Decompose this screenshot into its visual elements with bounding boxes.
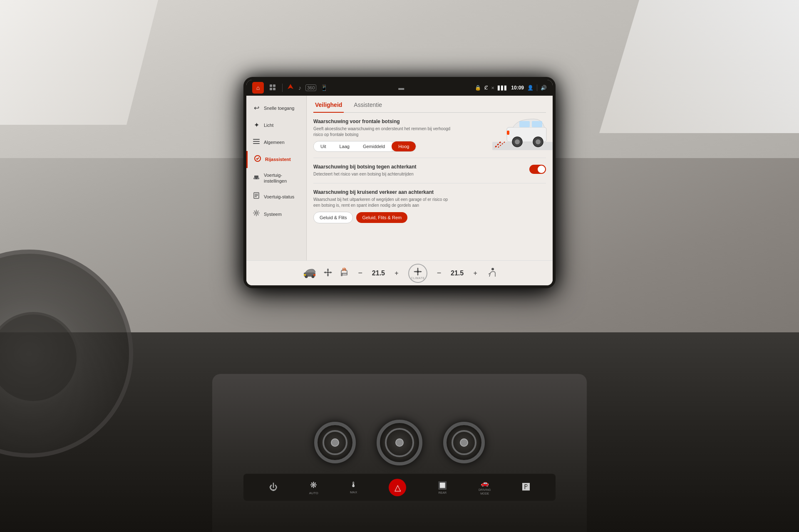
- rear-heat-label: MAX: [350, 490, 357, 494]
- sidebar-item-driver-assist[interactable]: Rijassistent: [246, 151, 306, 168]
- sidebar-item-vehicle-status[interactable]: Voertuig-status: [246, 188, 306, 205]
- content-panel: Veiligheid Assistentie: [307, 96, 553, 260]
- sidebar-item-light[interactable]: ✦ Licht: [246, 117, 306, 134]
- climate-fan-icon: [413, 267, 423, 277]
- driving-mode-button[interactable]: 🚗 DRIVINGMODE: [479, 479, 491, 495]
- svg-rect-33: [313, 274, 315, 276]
- sidebar-item-quick-access[interactable]: ↩ Snelle toegang: [246, 100, 306, 117]
- driving-mode-icon: 🚗: [481, 479, 489, 487]
- svg-rect-32: [304, 274, 306, 276]
- seat-heat-button[interactable]: [340, 267, 349, 279]
- power-icon: ⏻: [269, 483, 278, 492]
- setting-2-row: Waarschuwing bij botsing tegen achterkan…: [313, 164, 546, 177]
- svg-point-34: [327, 271, 329, 273]
- screen-bezel: ⌂: [243, 77, 556, 288]
- grid-icon: [269, 84, 277, 92]
- svg-point-11: [257, 178, 259, 179]
- hazard-icon: △: [395, 483, 401, 492]
- bluetooth-icon: Ȼ: [484, 85, 488, 91]
- temp-left-plus[interactable]: +: [392, 268, 402, 278]
- light-label: Licht: [264, 122, 273, 128]
- passenger-seat-icon: [487, 267, 496, 277]
- sidebar-item-system[interactable]: Systeem: [246, 205, 306, 223]
- option-geluid-flits[interactable]: Geluid & Flits: [313, 212, 353, 223]
- nav-button[interactable]: [287, 83, 294, 92]
- sidebar-item-general[interactable]: Algemeen: [246, 134, 306, 151]
- system-label: Systeem: [264, 211, 282, 217]
- setting-3-title: Waarschuwing bij kruisend verkeer aan ac…: [313, 189, 546, 195]
- home-icon: ⌂: [256, 84, 260, 91]
- home-button[interactable]: ⌂: [252, 82, 264, 94]
- quick-access-label: Snelle toegang: [264, 105, 294, 111]
- music-button[interactable]: ♪: [298, 84, 301, 92]
- vehicle-status-label: Voertuig-status: [264, 194, 294, 200]
- time: 10:09: [511, 85, 524, 91]
- svg-marker-4: [288, 84, 293, 89]
- fan-auto-button[interactable]: ❋ AUTO: [309, 480, 318, 495]
- svg-rect-7: [253, 143, 260, 144]
- status-right: 🔒 Ȼ ✕ ▋▋▋ 10:09 👤 🔊: [475, 84, 547, 91]
- svg-rect-18: [492, 142, 553, 150]
- screen: ⌂: [246, 80, 553, 285]
- phone-button[interactable]: 📱: [320, 84, 328, 92]
- tab-assistentie[interactable]: Assistentie: [352, 101, 384, 109]
- fan-climate-icon: [323, 267, 333, 277]
- svg-rect-1: [273, 84, 275, 87]
- svg-point-17: [256, 212, 258, 214]
- climate-text: CLIMATE: [411, 277, 424, 280]
- option-laag[interactable]: Laag: [333, 141, 356, 151]
- svg-rect-28: [507, 131, 509, 135]
- temp-right-plus[interactable]: +: [470, 268, 480, 278]
- svg-point-10: [254, 178, 256, 179]
- setting-2-desc: Detecteert het risico van een botsing bi…: [313, 171, 417, 177]
- car-climate-icon: [303, 268, 316, 278]
- light-icon: ✦: [252, 121, 261, 130]
- temp-right-minus[interactable]: −: [434, 268, 444, 278]
- sidebar-item-vehicle-settings[interactable]: Voertuig-instellingen: [246, 168, 306, 188]
- rear-heat-button[interactable]: 🌡 MAX: [350, 480, 357, 494]
- nav-icon: [287, 83, 294, 91]
- climate-bar: − 21.5 + CLIMATE − 21.5 +: [246, 260, 553, 285]
- svg-rect-16: [255, 196, 257, 197]
- setting-kruisend-verkeer: Waarschuwing bij kruisend verkeer aan ac…: [313, 189, 546, 229]
- nav-icons: ⌂: [252, 82, 328, 94]
- vent-right: [443, 422, 485, 463]
- tab-veiligheid[interactable]: Veiligheid: [313, 101, 344, 113]
- setting-3-desc: Waarschuwt bij het uitparkeren of wegrij…: [313, 197, 455, 208]
- option-hoog[interactable]: Hoog: [392, 141, 416, 151]
- system-icon: [252, 210, 261, 219]
- separator-1: [282, 84, 283, 92]
- setting-1-options: Uit Laag Gemiddeld Hoog: [313, 141, 416, 152]
- media-icon: ▬: [398, 84, 404, 91]
- option-uit[interactable]: Uit: [314, 141, 333, 151]
- seat-heat-icon: [340, 267, 349, 277]
- vent-left: [314, 422, 356, 463]
- car-climate-button[interactable]: [303, 268, 316, 278]
- fan-climate-button[interactable]: [323, 267, 333, 279]
- svg-point-25: [515, 139, 520, 144]
- svg-rect-2: [270, 88, 272, 90]
- temp-left-minus[interactable]: −: [355, 268, 365, 278]
- climate-center-button[interactable]: CLIMATE: [408, 264, 427, 283]
- vent-center: [377, 420, 422, 465]
- passenger-seat-button[interactable]: [487, 267, 496, 279]
- setting-2-text: Waarschuwing bij botsing tegen achterkan…: [313, 164, 417, 177]
- driver-assist-label: Rijassistent: [265, 156, 291, 162]
- option-gemiddeld[interactable]: Gemiddeld: [356, 141, 392, 151]
- rear-defrost-button[interactable]: 🔲 REAR: [438, 481, 447, 494]
- toggle-botsing[interactable]: [529, 165, 546, 174]
- rear-heat-icon: 🌡: [350, 480, 357, 489]
- parking-button[interactable]: 🅿: [522, 483, 530, 492]
- general-icon: [252, 138, 261, 147]
- media-center-button[interactable]: ▬: [398, 84, 404, 92]
- profile-icon: 👤: [527, 85, 533, 91]
- quick-access-icon: ↩: [252, 104, 261, 113]
- grid-button[interactable]: [268, 83, 278, 93]
- option-geluid-flits-rem[interactable]: Geluid, Flits & Rem: [356, 212, 407, 223]
- camera360-button[interactable]: 360: [305, 84, 316, 91]
- hazard-button[interactable]: △: [389, 479, 406, 496]
- power-button[interactable]: ⏻: [269, 483, 278, 492]
- svg-rect-23: [532, 121, 542, 127]
- svg-rect-15: [255, 195, 258, 196]
- lock-icon: 🔒: [475, 85, 481, 91]
